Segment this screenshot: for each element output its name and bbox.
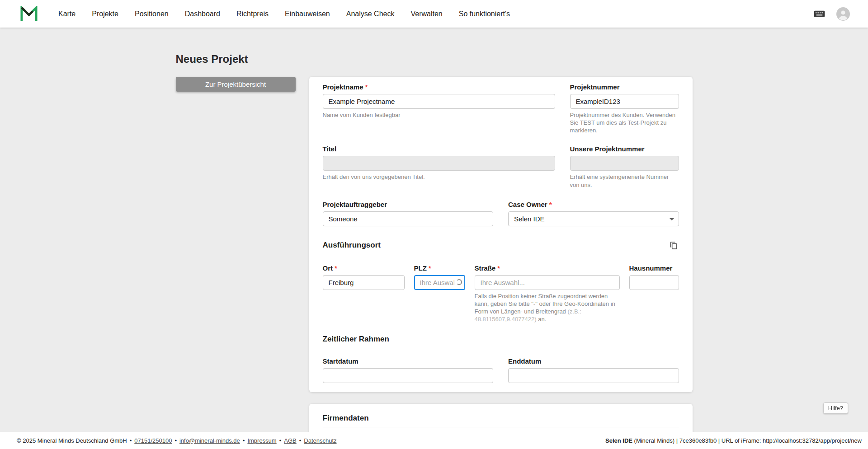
ort-label: Ort* <box>323 264 405 272</box>
nav-item-dashboard[interactable]: Dashboard <box>177 0 228 28</box>
titel-hint: Erhält den von uns vorgegebenen Titel. <box>323 173 555 181</box>
main-content: Neues Projekt Zur Projektübersicht Proje… <box>0 28 868 432</box>
divider <box>323 348 679 348</box>
nav-item-verwalten[interactable]: Verwalten <box>402 0 450 28</box>
projektauftraggeber-input[interactable] <box>323 211 494 226</box>
strasse-label: Straße* <box>475 264 620 272</box>
copyright-text: © 2025 Mineral Minds Deutschland GmbH <box>17 437 127 444</box>
page-title: Neues Projekt <box>176 28 693 65</box>
footer-link-phone[interactable]: 07151/250100 <box>134 437 172 444</box>
footer-separator: • <box>243 437 245 444</box>
footer: © 2025 Mineral Minds Deutschland GmbH • … <box>0 432 868 449</box>
nav-item-richtpreis[interactable]: Richtpreis <box>228 0 277 28</box>
footer-separator: • <box>130 437 132 444</box>
main-nav: Karte Projekte Positionen Dashboard Rich… <box>50 0 518 28</box>
session-info: Selen IDE (Mineral Minds) | 7ce360e83fb0… <box>605 437 862 444</box>
unsere-projektnummer-hint: Erhält eine systemgenerierte Nummer von … <box>570 173 679 188</box>
footer-link-impressum[interactable]: Impressum <box>247 437 276 444</box>
required-asterisk: * <box>549 201 552 208</box>
top-nav: Karte Projekte Positionen Dashboard Rich… <box>0 0 868 28</box>
back-to-projects-button[interactable]: Zur Projektübersicht <box>176 77 296 92</box>
titel-input <box>323 156 555 171</box>
footer-separator: • <box>299 437 302 444</box>
required-asterisk: * <box>429 264 431 272</box>
section-heading-zeitlicher-rahmen: Zeitlicher Rahmen <box>323 335 389 344</box>
unsere-projektnummer-input <box>570 156 679 171</box>
mineral-minds-logo[interactable] <box>20 6 38 22</box>
projektauftraggeber-label: Projektauftraggeber <box>323 201 494 208</box>
projektnummer-label: Projektnummer <box>570 83 679 91</box>
case-owner-label: Case Owner* <box>508 201 679 208</box>
plz-label: PLZ* <box>414 264 465 272</box>
strasse-hint: Falls die Position keiner Straße zugeord… <box>475 292 620 323</box>
required-asterisk: * <box>365 83 368 91</box>
chevron-down-icon <box>670 218 674 220</box>
footer-separator: • <box>175 437 177 444</box>
nav-item-positionen[interactable]: Positionen <box>127 0 177 28</box>
section-heading-ausfuehrungsort: Ausführungsort <box>323 241 381 250</box>
divider <box>323 255 679 255</box>
firmendaten-card: Firmendaten <box>309 404 693 432</box>
footer-link-email[interactable]: info@mineral-minds.de <box>179 437 240 444</box>
titel-label: Titel <box>323 145 555 153</box>
keyboard-icon[interactable] <box>813 8 826 20</box>
hausnummer-label: Hausnummer <box>629 264 679 272</box>
strasse-input[interactable] <box>475 275 620 290</box>
logo-icon <box>20 6 38 22</box>
projektnummer-hint: Projektnummer des Kunden. Verwenden Sie … <box>570 111 679 134</box>
nav-item-einbauweisen[interactable]: Einbauweisen <box>277 0 338 28</box>
unsere-projektnummer-label: Unsere Projektnummer <box>570 145 679 153</box>
section-heading-firmendaten: Firmendaten <box>323 414 369 423</box>
projektname-input[interactable] <box>323 94 555 109</box>
required-asterisk: * <box>335 264 337 272</box>
project-form-card: Projektname* Name vom Kunden festlegbar … <box>309 77 693 392</box>
help-button[interactable]: Hilfe? <box>823 402 848 414</box>
projektname-label: Projektname* <box>323 83 555 91</box>
footer-separator: • <box>279 437 282 444</box>
nav-item-so-funktionierts[interactable]: So funktioniert's <box>451 0 518 28</box>
loading-spinner-icon <box>456 279 462 285</box>
nav-item-karte[interactable]: Karte <box>50 0 84 28</box>
footer-link-agb[interactable]: AGB <box>284 437 296 444</box>
nav-item-analyse-check[interactable]: Analyse Check <box>338 0 403 28</box>
startdatum-input[interactable] <box>323 368 494 383</box>
nav-right-actions <box>813 7 850 21</box>
divider <box>323 427 679 427</box>
startdatum-label: Startdatum <box>323 357 494 365</box>
enddatum-label: Enddatum <box>508 357 679 365</box>
projektname-hint: Name vom Kunden festlegbar <box>323 111 555 119</box>
nav-item-projekte[interactable]: Projekte <box>84 0 127 28</box>
user-avatar-icon[interactable] <box>836 7 850 21</box>
footer-link-datenschutz[interactable]: Datenschutz <box>304 437 336 444</box>
projektnummer-input[interactable] <box>570 94 679 109</box>
ort-input[interactable] <box>323 275 405 290</box>
required-asterisk: * <box>497 264 500 272</box>
hausnummer-input[interactable] <box>629 275 679 290</box>
copy-icon[interactable] <box>668 240 679 251</box>
case-owner-select[interactable]: Selen IDE <box>508 211 679 226</box>
enddatum-input[interactable] <box>508 368 679 383</box>
